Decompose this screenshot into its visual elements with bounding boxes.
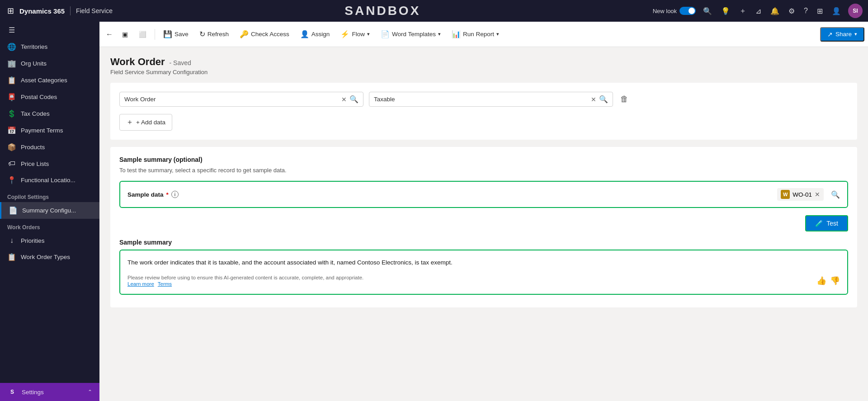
tab-view-button[interactable]: ⬜ bbox=[134, 28, 151, 41]
sidebar-item-products-label: Products bbox=[21, 144, 45, 151]
payment-terms-icon: 📅 bbox=[7, 126, 16, 135]
sidebar-item-payment-terms[interactable]: 📅 Payment Terms bbox=[0, 122, 99, 139]
hamburger-icon: ☰ bbox=[7, 26, 16, 34]
share-button[interactable]: ↗ Share ▾ bbox=[820, 27, 864, 42]
sidebar-item-work-order-types[interactable]: 📋 Work Order Types bbox=[0, 249, 99, 265]
search-icon[interactable]: 🔍 bbox=[701, 5, 714, 17]
sidebar-item-settings[interactable]: S Settings ⌃ bbox=[0, 383, 99, 401]
thumbs-down-button[interactable]: 👎 bbox=[830, 276, 840, 286]
grid-icon[interactable]: ⊞ bbox=[815, 5, 825, 17]
thumbs-up-button[interactable]: 👍 bbox=[816, 276, 826, 286]
add-data-button[interactable]: ＋ + Add data bbox=[119, 114, 172, 131]
waffle-icon[interactable]: ⊞ bbox=[5, 4, 16, 18]
sidebar-item-functional-location[interactable]: 📍 Functional Locatio... bbox=[0, 172, 99, 189]
sidebar-item-org-units[interactable]: 🏢 Org Units bbox=[0, 55, 99, 72]
new-look-label: New look bbox=[653, 8, 677, 14]
work-order-field-search-icon[interactable]: 🔍 bbox=[349, 95, 359, 104]
sidebar-hamburger[interactable]: ☰ bbox=[0, 22, 99, 38]
flow-label: Flow bbox=[352, 31, 365, 38]
sample-summary-box: The work order indicates that it is taxa… bbox=[119, 250, 848, 295]
settings-letter-icon: S bbox=[7, 387, 17, 397]
filter-icon[interactable]: ⊿ bbox=[754, 5, 763, 17]
check-access-button[interactable]: 🔑 Check Access bbox=[235, 27, 294, 41]
terms-link[interactable]: Terms bbox=[158, 281, 172, 287]
sidebar-item-territories[interactable]: 🌐 Territories bbox=[0, 38, 99, 55]
sidebar-item-summary-config-label: Summary Configu... bbox=[22, 207, 76, 214]
sidebar-item-price-lists-label: Price Lists bbox=[21, 160, 49, 167]
form-view-button[interactable]: ▣ bbox=[118, 28, 132, 41]
delete-field-button[interactable]: 🗑 bbox=[618, 93, 630, 106]
sample-data-panel: Sample data * i W WO-01 ✕ 🔍 bbox=[119, 181, 848, 208]
lightbulb-icon[interactable]: 💡 bbox=[719, 5, 732, 17]
settings-chevron-icon: ⌃ bbox=[88, 389, 92, 395]
asset-categories-icon: 📋 bbox=[7, 76, 16, 85]
org-units-icon: 🏢 bbox=[7, 59, 16, 68]
avatar[interactable]: SI bbox=[848, 4, 863, 18]
taxable-field-clear[interactable]: ✕ bbox=[591, 96, 596, 103]
word-templates-chevron-icon: ▾ bbox=[438, 31, 441, 37]
help-icon[interactable]: ? bbox=[802, 5, 810, 17]
check-access-label: Check Access bbox=[251, 31, 289, 38]
word-templates-label: Word Templates bbox=[392, 31, 436, 38]
sandbox-label: SANDBOX bbox=[116, 4, 649, 18]
taxable-field-search-icon[interactable]: 🔍 bbox=[599, 95, 608, 104]
priorities-icon: ↓ bbox=[7, 236, 16, 245]
copilot-settings-section-label: Copilot Settings bbox=[0, 189, 99, 202]
new-look-toggle[interactable] bbox=[679, 7, 696, 15]
postal-codes-icon: 📮 bbox=[7, 93, 16, 101]
sample-summary-footer: Please review before using to ensure thi… bbox=[127, 275, 840, 287]
learn-more-link[interactable]: Learn more bbox=[127, 281, 154, 287]
word-templates-button[interactable]: 📄 Word Templates ▾ bbox=[376, 27, 445, 41]
work-order-field-clear[interactable]: ✕ bbox=[341, 96, 347, 103]
work-orders-section-label: Work Orders bbox=[0, 219, 99, 232]
share-chevron-icon: ▾ bbox=[854, 31, 857, 37]
save-button[interactable]: 💾 Save bbox=[159, 27, 193, 41]
add-data-icon: ＋ bbox=[126, 118, 133, 127]
test-button[interactable]: 🧪 Test bbox=[805, 215, 848, 231]
sample-summary-optional-card: Sample summary (optional) To test the su… bbox=[110, 147, 857, 307]
sample-summary-disclaimer-area: Please review before using to ensure thi… bbox=[127, 275, 363, 287]
sidebar-item-postal-codes[interactable]: 📮 Postal Codes bbox=[0, 89, 99, 105]
sample-data-required-star: * bbox=[166, 191, 169, 198]
save-icon: 💾 bbox=[163, 30, 172, 38]
sidebar-item-asset-categories[interactable]: 📋 Asset Categories bbox=[0, 72, 99, 89]
test-btn-container: 🧪 Test bbox=[119, 215, 848, 231]
run-report-label: Run Report bbox=[463, 31, 494, 38]
sidebar-item-summary-config[interactable]: 📄 Summary Configu... bbox=[0, 202, 99, 219]
add-icon[interactable]: ＋ bbox=[737, 5, 748, 18]
back-button[interactable]: ← bbox=[103, 28, 116, 41]
territories-icon: 🌐 bbox=[7, 42, 16, 51]
assign-button[interactable]: 👤 Assign bbox=[296, 27, 335, 41]
bell-icon[interactable]: 🔔 bbox=[769, 5, 781, 17]
sample-data-value-label: WO-01 bbox=[793, 191, 812, 198]
sample-data-value-area: W WO-01 ✕ 🔍 bbox=[184, 188, 840, 201]
settings-icon[interactable]: ⚙ bbox=[787, 5, 797, 17]
person-icon[interactable]: 👤 bbox=[830, 5, 843, 17]
page-title: Work Order bbox=[110, 56, 165, 67]
data-fields-row: Work Order ✕ 🔍 Taxable ✕ 🔍 🗑 bbox=[119, 92, 848, 107]
sample-summary-disclaimer-text: Please review before using to ensure thi… bbox=[127, 275, 363, 280]
sample-data-label-text: Sample data bbox=[127, 191, 164, 198]
sample-data-search-icon[interactable]: 🔍 bbox=[831, 190, 840, 199]
sample-summary-hint: To test the summary, select a specific r… bbox=[119, 167, 848, 174]
sidebar-item-tax-codes[interactable]: 💲 Tax Codes bbox=[0, 105, 99, 122]
sidebar: ☰ 🌐 Territories 🏢 Org Units 📋 Asset Cate… bbox=[0, 22, 99, 401]
sidebar-item-postal-codes-label: Postal Codes bbox=[21, 94, 57, 100]
functional-location-icon: 📍 bbox=[7, 176, 16, 184]
flow-button[interactable]: ⚡ Flow ▾ bbox=[336, 27, 374, 41]
run-report-icon: 📊 bbox=[452, 30, 461, 38]
sidebar-item-priorities[interactable]: ↓ Priorities bbox=[0, 232, 99, 249]
run-report-button[interactable]: 📊 Run Report ▾ bbox=[447, 27, 504, 41]
add-data-label: + Add data bbox=[136, 119, 165, 126]
taxable-field-chip: Taxable ✕ 🔍 bbox=[369, 92, 613, 107]
sample-data-clear-button[interactable]: ✕ bbox=[815, 191, 820, 198]
check-access-icon: 🔑 bbox=[240, 30, 249, 38]
sidebar-item-products[interactable]: 📦 Products bbox=[0, 139, 99, 156]
sidebar-settings-label: Settings bbox=[22, 389, 44, 396]
sample-data-info-icon[interactable]: i bbox=[171, 191, 179, 198]
sample-data-chip: W WO-01 ✕ bbox=[777, 188, 824, 201]
module-label: Field Service bbox=[76, 7, 113, 14]
refresh-button[interactable]: ↻ Refresh bbox=[195, 27, 233, 41]
sidebar-item-price-lists[interactable]: 🏷 Price Lists bbox=[0, 156, 99, 172]
toolbar: ← ▣ ⬜ 💾 Save ↻ Refresh 🔑 Check Access 👤 bbox=[99, 22, 868, 47]
